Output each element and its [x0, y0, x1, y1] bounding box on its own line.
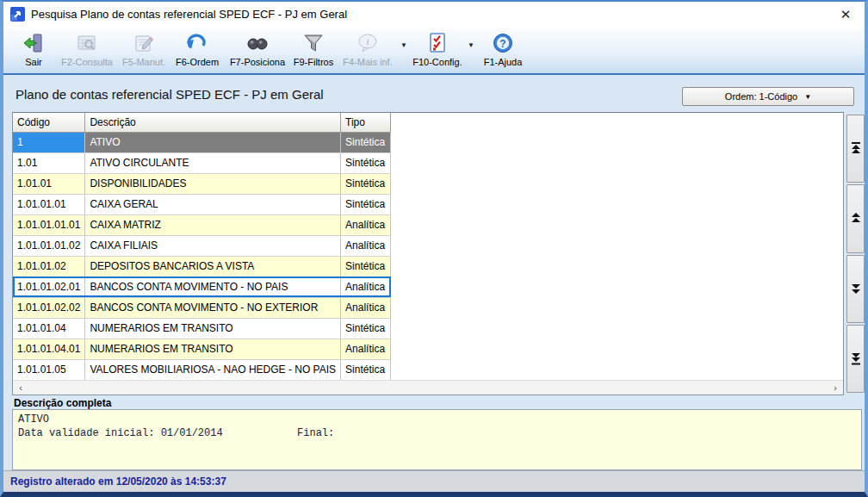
next-page-icon[interactable] — [846, 255, 865, 323]
cell-descricao[interactable]: BANCOS CONTA MOVIMENTO - NO PAIS — [85, 276, 341, 297]
column-header-codigo[interactable]: Código — [13, 113, 85, 132]
table-row[interactable]: 1.01.01.01CAIXA GERALSintética — [13, 194, 391, 214]
exit-door-icon — [22, 30, 45, 56]
cell-codigo[interactable]: 1.01.01.02 — [13, 256, 85, 276]
f1-ajuda-button[interactable]: ? F1-Ajuda — [477, 27, 529, 73]
table-row[interactable]: 1.01.01.02.01BANCOS CONTA MOVIMENTO - NO… — [13, 276, 391, 297]
cell-tipo[interactable]: Analítica — [341, 235, 391, 256]
table-row[interactable]: 1.01ATIVO CIRCULANTESintética — [13, 152, 391, 173]
cell-tipo[interactable]: Sintética — [341, 359, 391, 380]
cell-codigo[interactable]: 1.01.01.02.01 — [13, 276, 85, 297]
status-bar: Registro alterado em 12/05/2020 às 14:53… — [3, 470, 865, 492]
close-icon[interactable]: ✕ — [837, 6, 854, 23]
cell-codigo[interactable]: 1.01.01.02.02 — [13, 297, 85, 318]
f6-ordem-button[interactable]: F6-Ordem — [169, 27, 226, 73]
cell-descricao[interactable]: DEPOSITOS BANCARIOS A VISTA — [85, 256, 341, 276]
toolbar-label: F9-Filtros — [294, 57, 333, 67]
arrow-up-right-icon — [10, 7, 25, 22]
scroll-left-icon[interactable]: ‹ — [13, 382, 28, 393]
table-row[interactable]: 1.01.01.04NUMERARIOS EM TRANSITOSintétic… — [13, 318, 391, 339]
config-dropdown-icon[interactable]: ▼ — [465, 27, 477, 73]
toolbar-label: F2-Consulta — [61, 57, 113, 67]
cell-codigo[interactable]: 1.01.01.01.01 — [13, 214, 85, 235]
cell-tipo[interactable]: Sintética — [341, 256, 391, 276]
svg-text:i: i — [366, 36, 369, 47]
scroll-right-icon[interactable]: › — [828, 382, 843, 393]
column-header-descricao[interactable]: Descrição — [85, 113, 341, 132]
record-nav-column — [846, 115, 865, 393]
order-undo-arrow-icon — [185, 30, 209, 56]
cell-descricao[interactable]: VALORES MOBILIARIOSA - NAO HEDGE - NO PA… — [85, 359, 341, 380]
cell-descricao[interactable]: NUMERARIOS EM TRANSITO — [85, 339, 341, 359]
cell-tipo[interactable]: Sintética — [341, 132, 391, 152]
cell-codigo[interactable]: 1.01.01.01 — [13, 194, 85, 214]
table-row[interactable]: 1.01.01.01.02CAIXA FILIAISAnalítica — [13, 235, 391, 256]
toolbar-label: F4-Mais inf. — [343, 57, 392, 67]
page-title: Plano de contas referencial SPED ECF - P… — [16, 87, 324, 102]
sair-button[interactable]: Sair — [12, 27, 55, 73]
cell-tipo[interactable]: Sintética — [341, 194, 391, 214]
cell-tipo[interactable]: Sintética — [341, 173, 391, 194]
toolbar-label: F10-Config. — [412, 57, 462, 67]
cell-descricao[interactable]: CAIXA MATRIZ — [85, 214, 341, 235]
status-text: Registro alterado em 12/05/2020 às 14:53… — [10, 475, 226, 488]
cell-codigo[interactable]: 1.01.01.04 — [13, 318, 85, 339]
cell-codigo[interactable]: 1.01 — [13, 152, 85, 173]
toolbar-label: F7-Posiciona — [230, 57, 285, 67]
cell-tipo[interactable]: Sintética — [341, 318, 391, 339]
f4-mais-inf-button: i F4-Mais inf. — [338, 27, 398, 73]
horizontal-scrollbar[interactable]: ‹ › — [13, 380, 843, 394]
table-header-row: Código Descrição Tipo — [13, 113, 391, 132]
cell-tipo[interactable]: Analítica — [341, 276, 391, 297]
table-row[interactable]: 1.01.01.01.01CAIXA MATRIZAnalítica — [13, 214, 391, 235]
cell-descricao[interactable]: BANCOS CONTA MOVIMENTO - NO EXTERIOR — [85, 297, 341, 318]
toolbar-label: F1-Ajuda — [484, 57, 523, 67]
cell-codigo[interactable]: 1.01.01.05 — [13, 359, 85, 380]
order-selector-label: Ordem: 1-Código — [725, 91, 797, 102]
cell-descricao[interactable]: NUMERARIOS EM TRANSITO — [85, 318, 341, 339]
first-record-icon[interactable] — [846, 115, 865, 183]
cell-tipo[interactable]: Analítica — [341, 214, 391, 235]
table-row[interactable]: 1.01.01.05VALORES MOBILIARIOSA - NAO HED… — [13, 359, 391, 380]
f2-consulta-button: F2-Consulta — [55, 27, 119, 73]
table-row[interactable]: 1ATIVOSintética — [13, 132, 391, 152]
f10-config-button[interactable]: F10-Config. — [410, 27, 465, 73]
order-selector-button[interactable]: Ordem: 1-Código ▼ — [682, 87, 854, 106]
cell-tipo[interactable]: Sintética — [341, 152, 391, 173]
cell-codigo[interactable]: 1.01.01 — [13, 173, 85, 194]
cell-codigo[interactable]: 1 — [13, 132, 85, 152]
cell-descricao[interactable]: CAIXA GERAL — [85, 194, 341, 214]
svg-text:?: ? — [499, 38, 505, 50]
f5-manut-button: F5-Manut. — [119, 27, 169, 73]
toolbar-label: F6-Ordem — [176, 57, 219, 67]
accounts-table: Código Descrição Tipo 1ATIVOSintética 1.… — [13, 113, 391, 381]
detail-panel-label: Descrição completa — [14, 397, 111, 409]
search-grid-icon — [76, 30, 98, 56]
f7-posiciona-button[interactable]: F7-Posiciona — [226, 27, 289, 73]
table-row[interactable]: 1.01.01.02DEPOSITOS BANCARIOS A VISTASin… — [13, 256, 391, 276]
app-window: Pesquisa Plano de contas referencial SPE… — [0, 0, 868, 497]
toolbar: Sair F2-Consulta — [3, 27, 865, 75]
edit-pencil-icon — [133, 30, 155, 56]
chevron-down-icon: ▼ — [804, 93, 811, 101]
last-record-icon[interactable] — [846, 325, 865, 393]
table-row[interactable]: 1.01.01.04.01NUMERARIOS EM TRANSITOAnalí… — [13, 339, 391, 359]
cell-tipo[interactable]: Analítica — [341, 297, 391, 318]
f9-filtros-button[interactable]: F9-Filtros — [289, 27, 338, 73]
cell-descricao[interactable]: ATIVO CIRCULANTE — [85, 152, 341, 173]
previous-page-icon[interactable] — [846, 184, 865, 252]
full-description-memo[interactable]: ATIVO Data validade inicial: 01/01/2014 … — [12, 409, 862, 470]
cell-tipo[interactable]: Analítica — [341, 339, 391, 359]
cell-descricao[interactable]: CAIXA FILIAIS — [85, 235, 341, 256]
checklist-icon — [427, 30, 448, 56]
table-row[interactable]: 1.01.01DISPONIBILIDADESSintética — [13, 173, 391, 194]
cell-codigo[interactable]: 1.01.01.04.01 — [13, 339, 85, 359]
cell-descricao[interactable]: DISPONIBILIDADES — [85, 173, 341, 194]
mais-inf-dropdown-icon[interactable]: ▼ — [398, 27, 410, 73]
cell-codigo[interactable]: 1.01.01.01.02 — [13, 235, 85, 256]
table-row[interactable]: 1.01.01.02.02BANCOS CONTA MOVIMENTO - NO… — [13, 297, 391, 318]
column-header-tipo[interactable]: Tipo — [341, 113, 391, 132]
toolbar-label: Sair — [25, 57, 42, 67]
binoculars-icon — [245, 30, 270, 56]
cell-descricao[interactable]: ATIVO — [85, 132, 341, 152]
